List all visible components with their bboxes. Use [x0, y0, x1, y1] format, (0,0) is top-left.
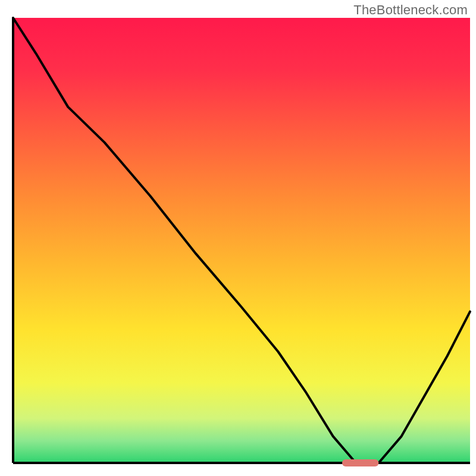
gradient-background: [13, 18, 470, 463]
bottleneck-chart: TheBottleneck.com: [0, 0, 476, 476]
watermark-text: TheBottleneck.com: [353, 2, 468, 18]
chart-canvas: [0, 0, 476, 476]
optimal-marker: [342, 459, 378, 466]
